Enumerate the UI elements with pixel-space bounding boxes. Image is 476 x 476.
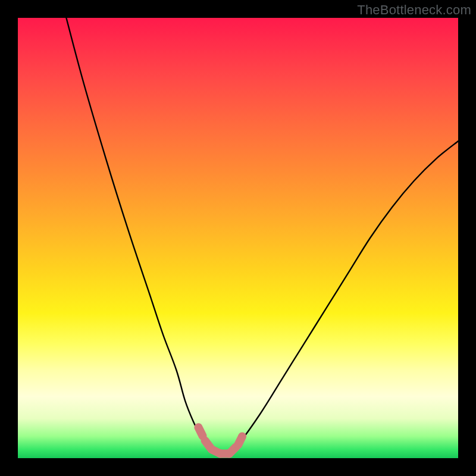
bottleneck-curve (66, 18, 458, 455)
bottom-dash-marker (198, 427, 245, 453)
bottom-dash-segment (238, 432, 245, 445)
watermark-text: TheBottleneck.com (357, 2, 471, 18)
chart-frame: TheBottleneck.com (0, 0, 476, 476)
curve-layer (18, 18, 458, 458)
